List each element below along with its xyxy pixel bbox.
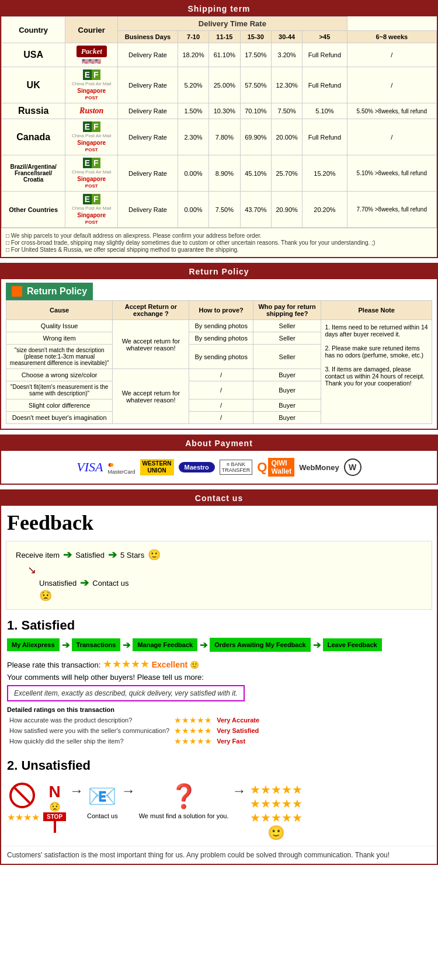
- please-note-cell: 1. Items need to be returned within 14 d…: [321, 320, 432, 424]
- question-step: ❓ We must find a solution for you.: [139, 783, 229, 819]
- email-icon: 📧: [88, 783, 117, 810]
- webmoney-icon: W: [344, 458, 361, 476]
- step-arrow-4: ➔: [313, 640, 321, 651]
- unsatisfied-title: 2. Unsatisfied: [7, 758, 431, 773]
- cell-ca-7-10: 2.30%: [178, 119, 208, 155]
- no-icon-step: ★★★★: [7, 783, 40, 823]
- unsatisfied-flow: ★★★★ N 😟 STOP → 📧 Contact us → ❓ We must…: [1, 778, 437, 846]
- col30-44-header: 30-44: [271, 31, 302, 43]
- step-transactions[interactable]: Transactions: [72, 638, 121, 651]
- cell-br-11-15: 8.90%: [209, 155, 240, 192]
- rating-q1: How accurate was the product description…: [7, 715, 172, 725]
- webmoney-logo: WebMoney: [299, 463, 339, 472]
- delivery-rate-uk: Delivery Rate: [118, 67, 178, 103]
- cell-uk-11-15: 25.00%: [209, 67, 240, 103]
- note-2: □ For cross-broad trade, shipping may sl…: [6, 239, 432, 246]
- shipping-table: Country Courier Delivery Time Rate Busin…: [1, 16, 437, 228]
- delivery-time-header: Delivery Time Rate: [118, 17, 347, 31]
- uns-arrow-1: →: [69, 783, 84, 799]
- courier-russia: Ruston: [65, 103, 118, 119]
- unhappy-smiley: 😟: [49, 801, 61, 812]
- email-step: 📧 Contact us: [87, 783, 118, 819]
- stop-sign: STOP: [43, 812, 66, 821]
- mastercard-logo: ●● MasterCard: [108, 460, 135, 475]
- return-policy-title: Return Policy: [6, 283, 93, 300]
- prove-size: By sending photos: [189, 345, 253, 369]
- flow-arrow-down: ↘: [27, 564, 36, 576]
- flow-arrow-3: ➔: [80, 576, 89, 589]
- steps-row: My Aliexpress ➔ Transactions ➔ Manage Fe…: [7, 638, 431, 652]
- cell-br-45: 15.20%: [303, 155, 347, 192]
- accept-header: Accept Return or exchange ?: [113, 301, 189, 320]
- pay-doesnt-fit: Buyer: [253, 381, 321, 399]
- cell-oth-30-44: 20.90%: [271, 192, 302, 228]
- step-orders-awaiting[interactable]: Orders Awaiting My Feedback: [210, 638, 311, 652]
- country-usa: USA: [2, 43, 65, 67]
- feedback-title: Feedback: [1, 506, 437, 537]
- result-stars-bot: ★★★★★: [250, 811, 303, 825]
- feedback-satisfied-row: Receive item ➔ Satisfied ➔ 5 Stars 🙂: [16, 548, 422, 561]
- result-smiley: 🙂: [267, 825, 285, 841]
- cell-ca-15-30: 69.90%: [240, 119, 271, 155]
- question-icon: ❓: [169, 783, 199, 810]
- rate-stars: ★★★★★: [103, 658, 150, 670]
- bank-transfer-logo: ≡ BANKTRANSFER: [220, 460, 253, 475]
- shipping-header: Shipping term: [1, 1, 437, 16]
- result-step: ★★★★★ ★★★★★ ★★★★★ 🙂: [250, 783, 303, 841]
- step-manage-feedback[interactable]: Manage Feedback: [133, 638, 197, 651]
- table-row: Quality Issue We accept return for whate…: [6, 320, 432, 332]
- unsatisfied-section: 2. Unsatisfied ★★★★ N 😟 STOP →: [1, 758, 437, 864]
- solution-text: We must find a solution for you.: [139, 812, 229, 819]
- stop-pole: [54, 821, 56, 833]
- five-stars-label: 5 Stars: [120, 551, 144, 559]
- cell-br-6-8: 5.10% >8weeks, full refund: [347, 155, 436, 192]
- pay-imagination: Buyer: [253, 412, 321, 424]
- step-leave-feedback[interactable]: Leave Feedback: [323, 638, 382, 651]
- maestro-logo: Maestro: [179, 462, 215, 472]
- country-brazil: Brazil/Argentina/France/Israel/Croatia: [2, 155, 65, 192]
- step-my-aliexpress[interactable]: My Aliexpress: [7, 638, 60, 651]
- result-stars-mid: ★★★★★: [250, 797, 303, 811]
- unsatisfied-label: Unsatisfied: [39, 579, 77, 588]
- col15-30-header: 15-30: [240, 31, 271, 43]
- cell-usa-15-30: 17.50%: [240, 43, 271, 67]
- packet-logo: Packet: [77, 46, 107, 57]
- contact-us-label: Contact us: [92, 579, 128, 588]
- cause-color-diff: Slight color difference: [6, 399, 113, 412]
- satisfied-section: 1. Satisfied My Aliexpress ➔ Transaction…: [1, 613, 437, 753]
- delivery-rate-brazil: Delivery Rate: [118, 155, 178, 192]
- n-letter: N: [48, 783, 60, 801]
- uns-arrow-2: →: [121, 783, 135, 799]
- receive-item-label: Receive item: [16, 551, 60, 559]
- cell-usa-30-44: 3.20%: [271, 43, 302, 67]
- cause-wrong-item: Wrong item: [6, 332, 113, 345]
- country-uk: UK: [2, 67, 65, 103]
- feedback-unsatisfied-row: ↘ Unsatisfied ➔ Contact us 😟: [16, 564, 422, 602]
- country-other: Other Countries: [2, 192, 65, 228]
- flow-arrow-2: ➔: [108, 548, 117, 561]
- col11-15-header: 11-15: [209, 31, 240, 43]
- delivery-rate-usa: Delivery Rate: [118, 43, 178, 67]
- courier-canada: EF China Post Air Mail SingaporePOST: [65, 119, 118, 155]
- cell-br-7-10: 0.00%: [178, 155, 208, 192]
- courier-uk: EF China Post Air Mail SingaporePOST: [65, 67, 118, 103]
- courier-brazil: EF China Post Air Mail SingaporePOST: [65, 155, 118, 192]
- result-stars-top: ★★★★★: [250, 783, 303, 797]
- pay-wrong-size: Buyer: [253, 369, 321, 381]
- cell-uk-45: Full Refund: [303, 67, 347, 103]
- contact-us-text: Contact us: [87, 812, 118, 819]
- courier-usa: Packet 🇺🇸🇺🇸🇺🇸: [65, 43, 118, 67]
- n-stop-step: N 😟 STOP: [43, 783, 66, 833]
- col7-10-header: 7-10: [178, 31, 208, 43]
- shipping-section: Shipping term Country Courier Delivery T…: [0, 0, 438, 258]
- cell-uk-15-30: 57.50%: [240, 67, 271, 103]
- comment-prompt: Your comments will help other buyers! Pl…: [7, 673, 431, 682]
- rating-val-3: Very Fast: [214, 736, 262, 746]
- rating-stars-3: ★★★★★: [174, 736, 212, 746]
- rating-q2: How satisfied were you with the seller's…: [7, 725, 172, 736]
- delivery-rate-other: Delivery Rate: [118, 192, 178, 228]
- rating-stars-2: ★★★★★: [174, 726, 212, 735]
- contact-section: Contact us Feedback Receive item ➔ Satis…: [0, 489, 438, 865]
- cell-usa-11-15: 61.10%: [209, 43, 240, 67]
- closing-text: Customers' satisfaction is the most impo…: [1, 846, 437, 864]
